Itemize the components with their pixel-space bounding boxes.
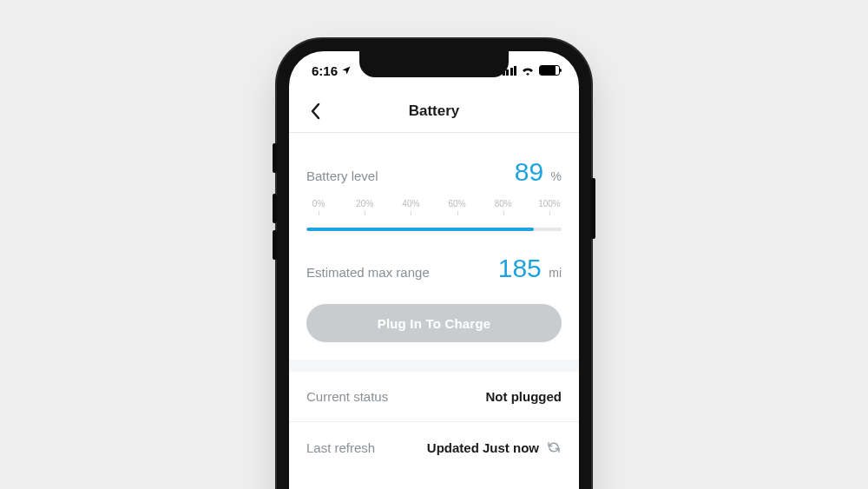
notch <box>359 51 509 77</box>
battery-level-unit: % <box>551 169 562 183</box>
refresh-icon[interactable] <box>546 439 562 455</box>
page-title: Battery <box>409 102 460 120</box>
scale-tick: 80% <box>491 199 516 208</box>
status-list: Current status Not plugged Last refresh … <box>289 372 579 472</box>
back-button[interactable] <box>298 89 332 132</box>
last-refresh-label: Last refresh <box>306 440 375 455</box>
nav-header: Battery <box>289 89 579 133</box>
location-icon <box>341 65 352 76</box>
wifi-icon <box>521 65 535 76</box>
last-refresh-value: Updated Just now <box>427 440 539 455</box>
chevron-left-icon <box>309 102 321 120</box>
scale-tick: 40% <box>398 199 423 208</box>
battery-level-value: 89 <box>515 157 543 186</box>
scale-tick: 0% <box>306 199 331 208</box>
current-status-value: Not plugged <box>486 389 562 404</box>
range-unit: mi <box>549 266 562 280</box>
battery-scale: 0% 20% 40% 60% 80% 100% <box>306 199 562 208</box>
battery-progress-fill <box>306 228 534 231</box>
battery-card: Battery level 89 % 0% 20% 40% 60% 80% 10… <box>289 142 579 360</box>
battery-icon <box>539 65 560 76</box>
scale-tick: 100% <box>537 199 562 208</box>
phone-screen: 6:16 Battery <box>289 51 579 489</box>
battery-fill <box>540 66 556 75</box>
phone-frame: 6:16 Battery <box>277 39 591 489</box>
plug-in-to-charge-button[interactable]: Plug In To Charge <box>306 304 562 342</box>
current-status-label: Current status <box>306 389 388 404</box>
content: Battery level 89 % 0% 20% 40% 60% 80% 10… <box>289 142 579 472</box>
range-value: 185 <box>498 254 542 282</box>
battery-progress <box>306 228 562 231</box>
last-refresh-row: Last refresh Updated Just now <box>289 422 579 472</box>
battery-level-label: Battery level <box>306 169 378 183</box>
status-time: 6:16 <box>312 63 338 78</box>
scale-tick: 20% <box>352 199 377 208</box>
range-label: Estimated max range <box>306 265 430 280</box>
current-status-row: Current status Not plugged <box>289 372 579 422</box>
scale-tick: 60% <box>445 199 470 208</box>
